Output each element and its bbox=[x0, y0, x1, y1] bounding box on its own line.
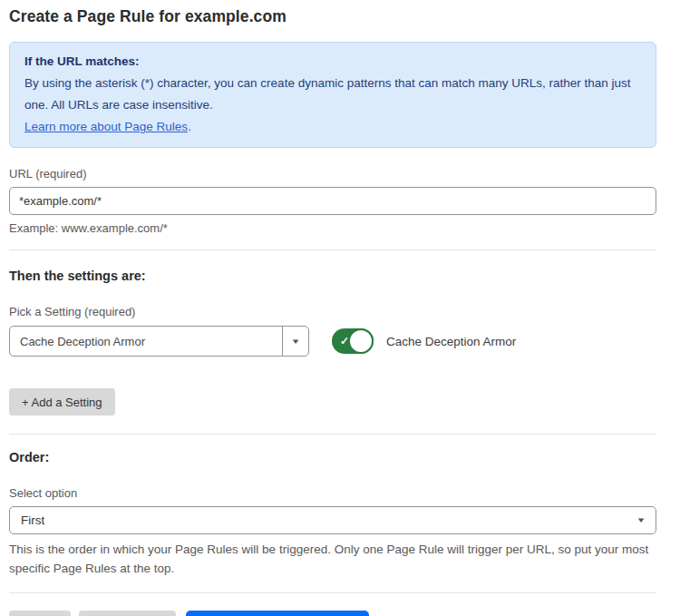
order-select[interactable]: First ▼ bbox=[9, 506, 656, 534]
chevron-down-icon: ▼ bbox=[636, 516, 646, 524]
divider bbox=[9, 249, 656, 250]
settings-section-heading: Then the settings are: bbox=[9, 269, 656, 283]
add-setting-button[interactable]: + Add a Setting bbox=[9, 388, 115, 416]
page-title: Create a Page Rule for example.com bbox=[9, 7, 656, 26]
url-field-label: URL (required) bbox=[9, 167, 656, 181]
info-box-body: By using the asterisk (*) character, you… bbox=[24, 73, 641, 116]
toggle-knob bbox=[348, 328, 374, 354]
setting-toggle-label: Cache Deception Armor bbox=[386, 335, 516, 348]
info-box-heading: If the URL matches: bbox=[24, 51, 641, 73]
url-match-info-box: If the URL matches: By using the asteris… bbox=[9, 42, 656, 148]
divider bbox=[9, 434, 656, 435]
setting-select-value: Cache Deception Armor bbox=[10, 327, 282, 356]
pick-setting-label: Pick a Setting (required) bbox=[9, 305, 656, 318]
page-rule-form: Create a Page Rule for example.com If th… bbox=[0, 0, 680, 616]
learn-more-link[interactable]: Learn more about Page Rules bbox=[24, 120, 188, 133]
setting-toggle[interactable]: ✓ bbox=[332, 328, 374, 354]
divider bbox=[9, 592, 656, 593]
setting-row: Cache Deception Armor ▼ ✓ Cache Deceptio… bbox=[9, 326, 656, 357]
order-help-text: This is the order in which your Page Rul… bbox=[9, 540, 656, 578]
save-and-deploy-button[interactable]: Save and Deploy Page Rule bbox=[186, 611, 369, 616]
setting-select-arrow-button[interactable]: ▼ bbox=[282, 327, 308, 356]
url-input[interactable] bbox=[9, 187, 656, 215]
order-select-label: Select option bbox=[9, 486, 656, 500]
order-section-heading: Order: bbox=[9, 450, 656, 464]
setting-select[interactable]: Cache Deception Armor ▼ bbox=[9, 326, 309, 357]
cancel-button[interactable]: Cancel bbox=[9, 611, 71, 616]
order-select-value: First bbox=[21, 513, 637, 527]
info-box-link-line: Learn more about Page Rules. bbox=[24, 116, 641, 138]
link-period: . bbox=[188, 120, 191, 133]
save-as-draft-button[interactable]: Save as Draft bbox=[79, 611, 176, 616]
chevron-down-icon: ▼ bbox=[290, 337, 300, 346]
url-example-text: Example: www.example.com/* bbox=[9, 221, 656, 235]
footer-actions: Cancel Save as Draft Save and Deploy Pag… bbox=[9, 611, 656, 616]
setting-toggle-group: ✓ Cache Deception Armor bbox=[332, 328, 516, 354]
